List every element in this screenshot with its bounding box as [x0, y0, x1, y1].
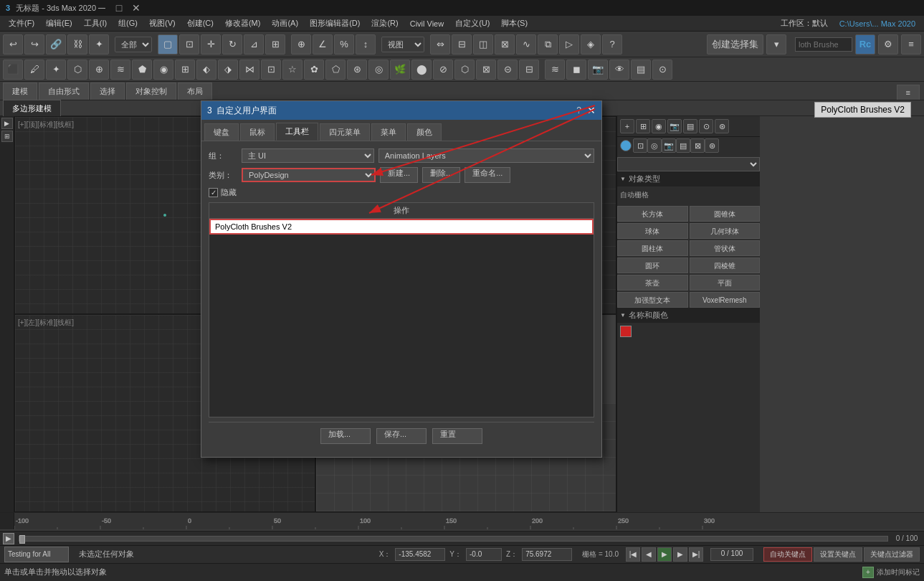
- align-button[interactable]: ⊟: [452, 34, 472, 55]
- btn-voxel[interactable]: VoxelRemesh: [690, 292, 761, 308]
- rp-btn-4[interactable]: 📷: [667, 119, 682, 133]
- tab-select[interactable]: 选择: [90, 82, 125, 100]
- minimize-button[interactable]: ─: [96, 2, 108, 14]
- link-button[interactable]: 🔗: [46, 34, 66, 55]
- menu-script[interactable]: 脚本(S): [495, 16, 533, 30]
- rp-icon-7[interactable]: ⊛: [705, 138, 719, 153]
- secondary-btn-19[interactable]: 🌿: [390, 60, 410, 80]
- menu-tools[interactable]: 工具(I): [78, 16, 113, 30]
- secondary-btn-4[interactable]: ⬡: [67, 60, 87, 80]
- play-start-btn[interactable]: |◀: [626, 547, 640, 562]
- secondary-btn-13[interactable]: ⊡: [261, 60, 281, 80]
- secondary-btn-2[interactable]: 🖊: [24, 60, 44, 80]
- dialog-new-btn[interactable]: 新建...: [380, 167, 418, 183]
- ribbon-button[interactable]: ⊠: [495, 34, 515, 55]
- btn-cone[interactable]: 圆锥体: [690, 206, 761, 222]
- selection-dropdown[interactable]: 全部: [115, 37, 152, 52]
- snap-button[interactable]: ⊕: [291, 34, 311, 55]
- rp-btn-1[interactable]: +: [620, 119, 634, 133]
- secondary-btn-10[interactable]: ⬖: [196, 60, 216, 80]
- btn-box[interactable]: 长方体: [617, 206, 688, 222]
- tab-layout[interactable]: 布局: [178, 82, 212, 100]
- undo-button[interactable]: ↩: [3, 34, 23, 55]
- tb-camera-btn[interactable]: 📷: [588, 60, 608, 80]
- tab-model[interactable]: 建模: [3, 82, 37, 100]
- dialog-rename-btn[interactable]: 重命名...: [465, 167, 510, 183]
- unlink-button[interactable]: ⛓: [67, 34, 87, 55]
- btn-geosphere[interactable]: 几何球体: [690, 223, 761, 239]
- menu-animation[interactable]: 动画(A): [266, 16, 304, 30]
- secondary-btn-3[interactable]: ✦: [46, 60, 66, 80]
- tb-extra-btn[interactable]: ⊙: [652, 60, 672, 80]
- render-scene-button[interactable]: ⧉: [538, 34, 558, 55]
- dialog-tab-keyboard[interactable]: 键盘: [204, 123, 239, 141]
- material-button[interactable]: ◈: [581, 34, 601, 55]
- transform-button[interactable]: ⊞: [265, 34, 285, 55]
- tb-anim-btn[interactable]: ▤: [631, 60, 651, 80]
- secondary-btn-24[interactable]: ⊝: [497, 60, 518, 80]
- btn-sphere[interactable]: 球体: [617, 223, 688, 239]
- secondary-btn-21[interactable]: ⊘: [433, 60, 453, 80]
- secondary-btn-16[interactable]: ⬠: [325, 60, 346, 80]
- menu-group[interactable]: 组(G): [113, 16, 143, 30]
- set-key-btn[interactable]: 设置关键点: [814, 547, 862, 562]
- secondary-btn-14[interactable]: ☆: [282, 60, 303, 80]
- dialog-tab-mouse[interactable]: 鼠标: [240, 123, 275, 141]
- menu-workspace[interactable]: 工作区：默认: [775, 16, 834, 30]
- dialog-category-select[interactable]: PolyDesign: [242, 168, 376, 182]
- tab-objectcontrol[interactable]: 对象控制: [126, 82, 176, 100]
- menu-civilview[interactable]: Civil View: [404, 18, 449, 29]
- play-end-btn[interactable]: ▶|: [689, 547, 703, 562]
- rp-standard-dropdown[interactable]: 标准基本体: [617, 157, 760, 171]
- create-selection-button[interactable]: 创建选择集: [707, 34, 763, 55]
- dialog-group-select[interactable]: 主 UI: [242, 148, 374, 163]
- secondary-btn-20[interactable]: ⬤: [411, 60, 432, 80]
- menu-customize[interactable]: 自定义(U): [449, 16, 495, 30]
- select-region-button[interactable]: ⊡: [179, 34, 199, 55]
- secondary-btn-18[interactable]: ◎: [368, 60, 389, 80]
- btn-pyramid[interactable]: 四棱锥: [690, 258, 761, 273]
- dialog-list-item-polycloth[interactable]: PolyCloth Brushes V2: [209, 219, 594, 235]
- secondary-btn-6[interactable]: ≋: [110, 60, 130, 80]
- key-filter-btn[interactable]: 关键点过滤器: [864, 547, 920, 562]
- dialog-delete-btn[interactable]: 删除...: [422, 167, 460, 183]
- rp-icon-2[interactable]: ⊡: [633, 138, 647, 153]
- z-field[interactable]: [522, 548, 572, 561]
- rp-btn-5[interactable]: ▤: [683, 119, 697, 133]
- btn-text3d[interactable]: 加强型文本: [617, 292, 688, 308]
- secondary-btn-22[interactable]: ⬡: [454, 60, 475, 80]
- dialog-tab-menu[interactable]: 菜单: [371, 123, 406, 141]
- secondary-btn-11[interactable]: ⬗: [218, 60, 238, 80]
- maximize-button[interactable]: □: [113, 2, 125, 14]
- dialog-close-btn[interactable]: ✕: [587, 105, 596, 116]
- redo-button[interactable]: ↪: [24, 34, 44, 55]
- dialog-reset-btn[interactable]: 重置: [432, 428, 482, 444]
- tab-freeform[interactable]: 自由形式: [39, 82, 89, 100]
- secondary-btn-8[interactable]: ◉: [153, 60, 173, 80]
- secondary-btn-25[interactable]: ⊟: [519, 60, 539, 80]
- scale-button[interactable]: ⊿: [244, 34, 264, 55]
- subtab-polygon[interactable]: 多边形建模: [3, 100, 61, 117]
- help-button[interactable]: ?: [602, 34, 622, 55]
- secondary-btn-17[interactable]: ⊛: [347, 60, 367, 80]
- rp-btn-7[interactable]: ⊛: [715, 119, 729, 133]
- view-dropdown[interactable]: 视图: [381, 37, 424, 52]
- btn-plane[interactable]: 平面: [690, 275, 761, 290]
- left-btn-grid[interactable]: ⊞: [1, 131, 13, 142]
- dialog-load-btn[interactable]: 加载...: [320, 428, 371, 444]
- rp-icon-5[interactable]: ▤: [676, 138, 690, 153]
- tb-solid-btn[interactable]: ◼: [566, 60, 586, 80]
- rp-icon-4[interactable]: 📷: [662, 138, 676, 153]
- mirror-button[interactable]: ⇔: [430, 34, 450, 55]
- color-swatch[interactable]: [620, 326, 632, 337]
- left-btn-play[interactable]: ▶: [1, 118, 13, 129]
- secondary-btn-1[interactable]: ⬛: [3, 60, 23, 80]
- add-time-key-btn[interactable]: +: [862, 567, 874, 578]
- btn-teapot[interactable]: 茶壶: [617, 275, 688, 290]
- rp-icon-6[interactable]: ⊠: [690, 138, 705, 153]
- frame-counter[interactable]: 0 / 100: [710, 548, 753, 561]
- object-type-header[interactable]: 对象类型: [617, 171, 760, 186]
- menu-edit[interactable]: 编辑(E): [40, 16, 78, 30]
- polycloth-label[interactable]: PolyCloth Brushes V2: [814, 102, 911, 118]
- name-color-header[interactable]: 名称和颜色: [617, 308, 760, 323]
